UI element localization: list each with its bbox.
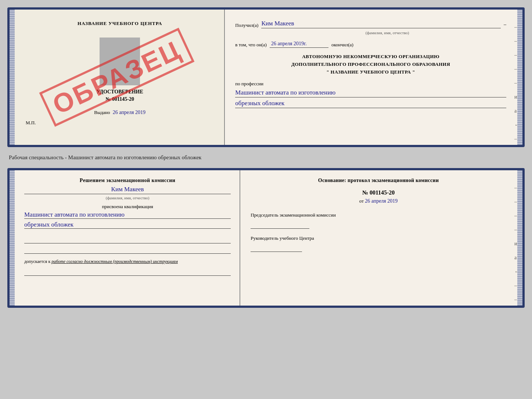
org-line1: АВТОНОМНУЮ НЕКОММЕРЧЕСКУЮ ОРГАНИЗАЦИЮ	[235, 53, 506, 61]
fio-hint-bottom: (фамилия, имя, отчество)	[24, 196, 231, 200]
right-dashes-top: – – – – – и а ← – – – –	[514, 24, 520, 147]
vydano-label: Выдано	[94, 110, 110, 115]
prisvoyena-label: присвоена квалификация	[24, 204, 231, 210]
org-block: АВТОНОМНУЮ НЕКОММЕРЧЕСКУЮ ОРГАНИЗАЦИЮ ДО…	[235, 53, 506, 76]
poluchil-row: Получил(а) Ким Макеев –	[235, 20, 506, 28]
ot-date: 26 апреля 2019	[365, 198, 398, 204]
blank-line-3	[24, 268, 231, 276]
top-right-panel: Получил(а) Ким Макеев – (фамилия, имя, о…	[225, 10, 522, 145]
kval-line1: Машинист автомата по изготовлению	[24, 211, 231, 219]
blank-line-2	[24, 246, 231, 254]
vtom-label: в том, что он(а)	[235, 42, 267, 48]
profession-line1: Машинист автомата по изготовлению	[235, 89, 506, 97]
profession-line2: обрезных обложек	[235, 100, 506, 108]
rukovoditel-sign-line	[251, 245, 302, 252]
predsedatel-label: Председатель экзаменационной комиссии	[251, 211, 506, 219]
photo-placeholder	[100, 38, 140, 85]
bottom-document-card: Решением экзаменационной комиссии Ким Ма…	[7, 168, 525, 308]
predsedatel-sign-line	[251, 221, 309, 229]
ot-label: от	[359, 198, 364, 204]
resheniem-text: Решением экзаменационной комиссии	[24, 178, 231, 184]
ot-date-row: от 26 апреля 2019	[251, 198, 506, 204]
profession-label: по профессии	[235, 81, 506, 87]
page-wrapper: НАЗВАНИЕ УЧЕБНОГО ЦЕНТРА УДОСТОВЕРЕНИЕ №…	[7, 7, 525, 308]
mp-label: М.П.	[24, 120, 215, 126]
dopuskaetsya-text: допускается к работе согласно должностны…	[24, 258, 231, 265]
date-value-top: 26 апреля 2019г.	[270, 41, 328, 48]
predsedatel-block: Председатель экзаменационной комиссии	[251, 211, 506, 229]
fio-hint-top: (фамилия, имя, отчество)	[268, 31, 506, 35]
school-name-top: НАЗВАНИЕ УЧЕБНОГО ЦЕНТРА	[24, 21, 215, 26]
udostoverenie-number: № 001145-20	[24, 96, 215, 102]
vydano-row: Выдано 26 апреля 2019	[24, 110, 215, 115]
osnovanie-title: Основание: протокол экзаменационной коми…	[251, 178, 506, 184]
okonchil-label: окончил(а)	[331, 42, 353, 48]
vtom-row: в том, что он(а) 26 апреля 2019г. окончи…	[235, 41, 506, 48]
dopuskaetsya-prefix: допускается к	[24, 259, 50, 264]
right-dashes-bottom: – – – – и а ← – – – –	[514, 185, 520, 308]
bottom-right-panel: Основание: протокол экзаменационной коми…	[240, 170, 522, 306]
top-document-card: НАЗВАНИЕ УЧЕБНОГО ЦЕНТРА УДОСТОВЕРЕНИЕ №…	[7, 7, 525, 147]
poluchil-label: Получил(а)	[235, 22, 258, 28]
top-left-panel: НАЗВАНИЕ УЧЕБНОГО ЦЕНТРА УДОСТОВЕРЕНИЕ №…	[10, 10, 225, 145]
org-line2: ДОПОЛНИТЕЛЬНОГО ПРОФЕССИОНАЛЬНОГО ОБРАЗО…	[235, 61, 506, 68]
dopuskaetsya-link: работе согласно должностным (производств…	[51, 259, 178, 264]
org-line3: " НАЗВАНИЕ УЧЕБНОГО ЦЕНТРА "	[235, 68, 506, 76]
caption-text: Рабочая специальность - Машинист автомат…	[7, 152, 525, 164]
rukovoditel-block: Руководитель учебного Центра	[251, 235, 506, 252]
komissia-name: Ким Макеев	[24, 186, 231, 194]
blank-line-1	[24, 236, 231, 243]
udostoverenie-label: УДОСТОВЕРЕНИЕ	[24, 89, 215, 95]
recipient-name: Ким Макеев	[261, 20, 501, 28]
protocol-number: № 001145-20	[251, 189, 506, 196]
kval-line2: обрезных обложек	[24, 221, 231, 229]
dash-after-name: –	[504, 22, 506, 28]
rukovoditel-label: Руководитель учебного Центра	[251, 235, 506, 242]
vydano-date: 26 апреля 2019	[113, 110, 145, 115]
bottom-left-panel: Решением экзаменационной комиссии Ким Ма…	[10, 170, 240, 306]
